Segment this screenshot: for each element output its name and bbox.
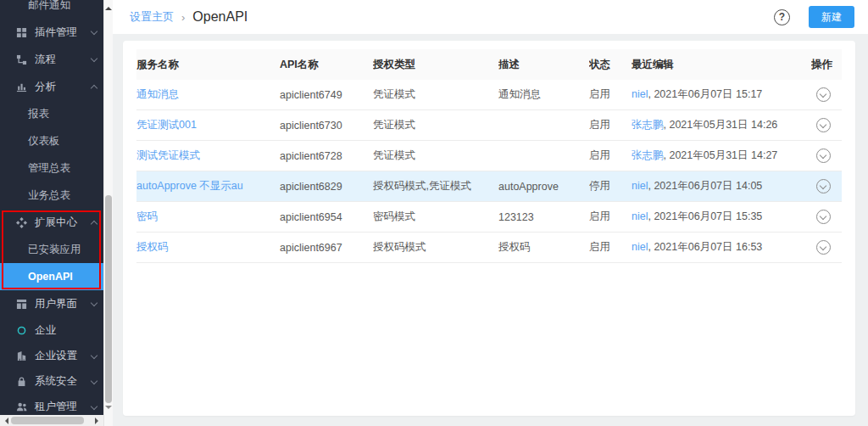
help-icon[interactable]: ? (774, 9, 790, 25)
chevron-down-icon (91, 55, 97, 62)
editor-link[interactable]: niel (632, 241, 648, 253)
column-header-last-edited: 最近编辑 (632, 58, 811, 72)
scroll-right-arrow-icon[interactable] (95, 418, 102, 424)
api-name: apiclient6954 (280, 211, 373, 223)
auth-type: 凭证模式 (373, 87, 498, 102)
row-actions-dropdown-icon[interactable] (816, 87, 831, 102)
sidebar-item-mail-notification[interactable]: 邮件通知 (0, 0, 103, 19)
sidebar-item-label: 插件管理 (35, 25, 77, 40)
breadcrumb-home-link[interactable]: 设置主页 (130, 9, 174, 25)
column-header-description: 描述 (498, 58, 589, 72)
api-name: apiclient6749 (280, 89, 373, 101)
editor-link[interactable]: 张志鹏 (632, 119, 664, 131)
vertical-scrollbar-thumb[interactable] (105, 195, 112, 403)
sidebar-item-label: OpenAPI (28, 271, 73, 283)
sidebar-item-system-security[interactable]: 系统安全 (0, 368, 103, 394)
description: 通知消息 (498, 87, 589, 102)
column-header-service-name: 服务名称 (136, 58, 280, 72)
sidebar-item-label: 分析 (35, 80, 56, 94)
sidebar-item-dashboard[interactable]: 仪表板 (0, 127, 103, 154)
edited-date: 2021年06月07日 15:35 (654, 210, 762, 222)
sidebar-item-enterprise-settings[interactable]: 企业设置 (0, 343, 103, 368)
service-name-link[interactable]: 密码 (136, 210, 158, 222)
row-actions-dropdown-icon[interactable] (816, 149, 831, 163)
page-header: 设置主页 › OpenAPI ? 新建 (113, 0, 868, 34)
api-name: apiclient6967 (280, 242, 373, 254)
row-actions-dropdown-icon[interactable] (816, 118, 831, 132)
description: 授权码 (498, 240, 589, 255)
auth-type: 密码模式 (373, 210, 498, 224)
table-row: 凭证测试001 apiclient6730 凭证模式 启用 张志鹏, 2021年… (136, 110, 842, 141)
auth-type: 授权码模式,凭证模式 (373, 179, 498, 193)
chevron-up-icon (91, 221, 97, 227)
table-row-highlighted: autoApprove 不显示au apiclient6829 授权码模式,凭证… (136, 171, 842, 202)
service-name-link[interactable]: 通知消息 (136, 88, 179, 100)
sidebar-item-installed-apps[interactable]: 已安装应用 (0, 236, 103, 263)
api-name: apiclient6730 (280, 120, 373, 132)
status-text: 启用 (589, 87, 632, 102)
enterprise-icon (15, 324, 27, 336)
edited-date: 2021年06月07日 14:05 (654, 180, 762, 192)
scroll-up-arrow-icon[interactable] (105, 3, 112, 10)
status-text: 启用 (589, 149, 632, 163)
editor-link[interactable]: niel (632, 180, 648, 192)
chevron-down-icon (91, 300, 97, 306)
status-text: 启用 (589, 210, 632, 224)
row-actions-dropdown-icon[interactable] (816, 179, 831, 193)
api-name: apiclient6829 (280, 181, 373, 193)
chevron-down-icon (91, 28, 97, 35)
table-row: 通知消息 apiclient6749 凭证模式 通知消息 启用 niel, 20… (136, 80, 842, 110)
analysis-icon (15, 81, 27, 92)
row-actions-dropdown-icon[interactable] (816, 240, 831, 255)
sidebar-item-analysis[interactable]: 分析 (0, 73, 103, 100)
breadcrumb-separator: › (181, 11, 185, 24)
sidebar-item-label: 扩展中心 (35, 216, 77, 230)
sidebar-item-plugin-management[interactable]: 插件管理 (0, 19, 103, 46)
main-content: 设置主页 › OpenAPI ? 新建 服务名称 API名称 授权类型 描述 状… (113, 0, 868, 426)
sidebar-item-extension-center[interactable]: 扩展中心 (0, 209, 103, 236)
edited-date: 2021年05月31日 14:27 (669, 149, 777, 161)
auth-type: 凭证模式 (373, 149, 498, 163)
horizontal-scrollbar-thumb[interactable] (11, 417, 84, 424)
sidebar-item-business-summary[interactable]: 业务总表 (0, 182, 103, 209)
row-actions-dropdown-icon[interactable] (816, 210, 831, 224)
sidebar-item-label: 系统安全 (35, 374, 77, 389)
scroll-left-arrow-icon[interactable] (2, 418, 8, 424)
app-window: 邮件通知 插件管理 流程 分析 报表 仪表板 (0, 0, 868, 426)
table-row: 测试凭证模式 apiclient6728 凭证模式 启用 张志鹏, 2021年0… (136, 141, 842, 171)
description: autoApprove (498, 181, 589, 193)
service-name-link[interactable]: autoApprove 不显示au (136, 180, 243, 192)
column-header-auth-type: 授权类型 (373, 58, 498, 72)
sidebar-item-enterprise[interactable]: 企业 (0, 317, 103, 343)
sidebar-vertical-scrollbar[interactable] (103, 0, 113, 426)
ui-icon (15, 298, 27, 310)
table-row: 授权码 apiclient6967 授权码模式 授权码 启用 niel, 202… (136, 233, 842, 263)
editor-link[interactable]: niel (632, 210, 648, 222)
scroll-down-arrow-icon[interactable] (105, 406, 112, 412)
service-name-link[interactable]: 授权码 (136, 241, 169, 253)
sidebar-item-management-summary[interactable]: 管理总表 (0, 154, 103, 182)
chevron-down-icon (91, 403, 97, 410)
sidebar-item-openapi[interactable]: OpenAPI (0, 263, 103, 290)
table-header-row: 服务名称 API名称 授权类型 描述 状态 最近编辑 操作 (136, 49, 842, 80)
service-name-link[interactable]: 凭证测试001 (136, 119, 197, 131)
sidebar-item-reports[interactable]: 报表 (0, 100, 103, 127)
create-new-button[interactable]: 新建 (809, 6, 854, 28)
sidebar-horizontal-scrollbar[interactable] (0, 415, 103, 426)
column-header-api-name: API名称 (280, 58, 373, 72)
service-name-link[interactable]: 测试凭证模式 (136, 149, 200, 161)
openapi-table-card: 服务名称 API名称 授权类型 描述 状态 最近编辑 操作 通知消息 apicl… (123, 41, 855, 416)
editor-link[interactable]: 张志鹏 (632, 149, 664, 161)
sidebar-item-label: 已安装应用 (28, 243, 81, 257)
sidebar-item-label: 租户管理 (35, 400, 77, 414)
page-title: OpenAPI (192, 9, 248, 25)
editor-link[interactable]: niel (632, 88, 648, 100)
chevron-up-icon (91, 85, 97, 92)
sidebar-item-workflow[interactable]: 流程 (0, 46, 103, 73)
flow-icon (15, 53, 27, 65)
status-text: 停用 (589, 179, 632, 193)
sidebar-item-label: 用户界面 (35, 297, 77, 311)
edited-date: 2021年06月07日 16:53 (654, 241, 762, 253)
sidebar-item-label: 流程 (35, 53, 56, 67)
sidebar-item-user-interface[interactable]: 用户界面 (0, 290, 103, 317)
